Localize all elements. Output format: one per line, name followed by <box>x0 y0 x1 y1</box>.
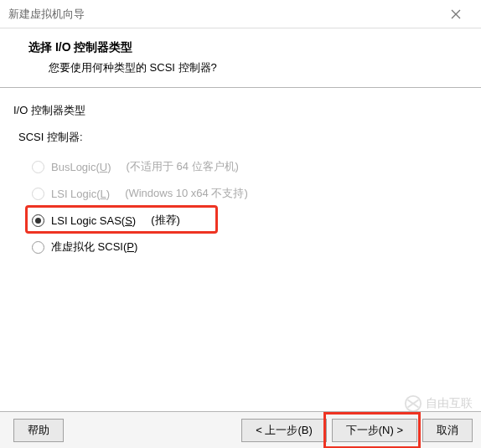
option-label: 准虚拟化 SCSI(P) <box>51 239 137 255</box>
svg-point-0 <box>406 396 421 411</box>
option-note: (Windows 10 x64 不支持) <box>125 186 248 201</box>
cancel-button[interactable]: 取消 <box>422 419 473 442</box>
radio-pvscsi[interactable] <box>32 241 44 254</box>
option-label: LSI Logic SAS(S) <box>51 214 136 227</box>
option-buslogic: BusLogic(U) (不适用于 64 位客户机) <box>32 153 481 180</box>
radio-lsilogic <box>32 188 44 200</box>
header-subtitle: 您要使用何种类型的 SCSI 控制器? <box>49 60 453 75</box>
option-label: LSI Logic(L) <box>51 188 110 200</box>
help-button[interactable]: 帮助 <box>13 419 64 442</box>
window-title: 新建虚拟机向导 <box>8 7 439 22</box>
header-title: 选择 I/O 控制器类型 <box>28 40 453 55</box>
group-label: I/O 控制器类型 <box>13 103 481 118</box>
option-lsisas[interactable]: LSI Logic SAS(S) (推荐) <box>32 207 481 234</box>
scsi-label: SCSI 控制器: <box>18 130 481 145</box>
scsi-options: BusLogic(U) (不适用于 64 位客户机) LSI Logic(L) … <box>32 153 481 260</box>
close-icon <box>451 9 461 19</box>
option-note: (不适用于 64 位客户机) <box>127 159 239 174</box>
globe-icon <box>404 394 422 413</box>
option-label: BusLogic(U) <box>51 161 111 173</box>
option-pvscsi[interactable]: 准虚拟化 SCSI(P) <box>32 234 481 260</box>
watermark: 自由互联 <box>404 394 473 413</box>
back-button[interactable]: < 上一步(B) <box>241 419 327 442</box>
wizard-header: 选择 I/O 控制器类型 您要使用何种类型的 SCSI 控制器? <box>0 28 481 88</box>
option-lsilogic: LSI Logic(L) (Windows 10 x64 不支持) <box>32 180 481 207</box>
titlebar: 新建虚拟机向导 <box>0 0 481 28</box>
radio-lsisas[interactable] <box>32 214 44 227</box>
close-button[interactable] <box>439 3 473 26</box>
option-note: (推荐) <box>151 213 180 228</box>
next-button[interactable]: 下一步(N) > <box>332 419 417 442</box>
radio-buslogic <box>32 161 44 173</box>
footer: 帮助 < 上一步(B) 下一步(N) > 取消 <box>0 411 481 448</box>
